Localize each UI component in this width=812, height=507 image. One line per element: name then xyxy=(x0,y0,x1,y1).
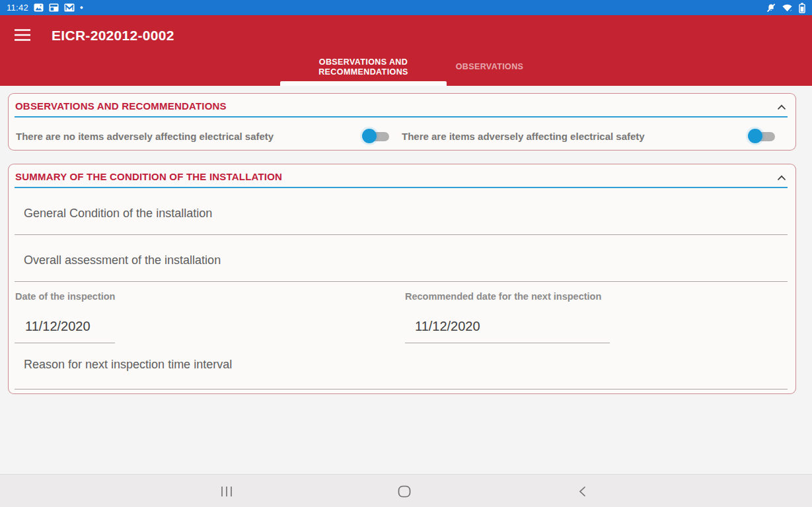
items-toggle-cell: There are items adversely affecting elec… xyxy=(400,123,776,149)
input-underline xyxy=(15,281,788,282)
wifi-icon xyxy=(782,3,793,12)
items-toggle-label: There are items adversely affecting elec… xyxy=(400,131,645,142)
tab-label: OBSERVATIONS xyxy=(456,62,524,72)
input-underline xyxy=(15,343,115,343)
next-inspection-date-label: Recommended date for the next inspection xyxy=(405,291,601,302)
inspection-date-field[interactable]: 11/12/2020 xyxy=(25,319,91,334)
inspection-date-label: Date of the inspection xyxy=(15,291,115,302)
chevron-up-icon[interactable] xyxy=(777,101,786,113)
android-nav-bar xyxy=(0,474,812,507)
general-condition-field[interactable]: General Condition of the installation xyxy=(24,207,212,220)
section-title: OBSERVATIONS AND RECOMMENDATIONS xyxy=(15,100,227,112)
clock: 11:42 xyxy=(7,3,28,13)
mute-icon xyxy=(766,3,776,13)
app-bar: EICR-202012-0002 OBSERVATIONS AND RECOMM… xyxy=(0,15,812,86)
chevron-up-icon[interactable] xyxy=(777,172,786,184)
recents-icon[interactable] xyxy=(207,475,246,507)
section-divider xyxy=(15,116,788,118)
switch-thumb xyxy=(748,129,762,143)
no-items-toggle-cell: There are no items adversely affecting e… xyxy=(15,123,390,149)
mail-icon xyxy=(64,3,75,12)
battery-icon xyxy=(799,3,805,13)
input-underline xyxy=(15,234,788,235)
input-underline xyxy=(15,389,788,389)
toggle-row: There are no items adversely affecting e… xyxy=(15,123,776,149)
next-inspection-date-field[interactable]: 11/12/2020 xyxy=(415,319,480,334)
overall-assessment-field[interactable]: Overall assessment of the installation xyxy=(24,254,221,267)
reason-field[interactable]: Reason for next inspection time interval xyxy=(24,358,232,372)
calendar-icon xyxy=(49,3,59,12)
tab-bar: OBSERVATIONS AND RECOMMENDATIONS OBSERVA… xyxy=(280,51,533,86)
section-divider xyxy=(15,187,788,188)
screen: 11:42 xyxy=(0,0,812,507)
status-bar: 11:42 xyxy=(0,0,812,15)
no-items-toggle-switch[interactable] xyxy=(362,129,390,143)
hamburger-menu-icon[interactable] xyxy=(14,28,31,42)
notification-dot xyxy=(80,6,83,9)
observations-card: OBSERVATIONS AND RECOMMENDATIONS There a… xyxy=(8,93,796,151)
no-items-toggle-label: There are no items adversely affecting e… xyxy=(15,131,274,142)
tab-observations-and-recommendations[interactable]: OBSERVATIONS AND RECOMMENDATIONS xyxy=(280,51,447,86)
input-underline xyxy=(405,343,610,343)
form-content: OBSERVATIONS AND RECOMMENDATIONS There a… xyxy=(0,86,812,474)
items-toggle-switch[interactable] xyxy=(748,129,776,143)
page-title: EICR-202012-0002 xyxy=(52,28,174,44)
tab-observations[interactable]: OBSERVATIONS xyxy=(447,51,533,86)
tab-label: OBSERVATIONS AND RECOMMENDATIONS xyxy=(297,57,429,80)
home-icon[interactable] xyxy=(385,475,424,507)
back-icon[interactable] xyxy=(562,475,602,507)
switch-thumb xyxy=(362,129,377,143)
section-title: SUMMARY OF THE CONDITION OF THE INSTALLA… xyxy=(15,171,282,182)
summary-card: SUMMARY OF THE CONDITION OF THE INSTALLA… xyxy=(8,164,796,394)
active-tab-indicator xyxy=(280,81,447,86)
gallery-icon xyxy=(34,3,44,12)
